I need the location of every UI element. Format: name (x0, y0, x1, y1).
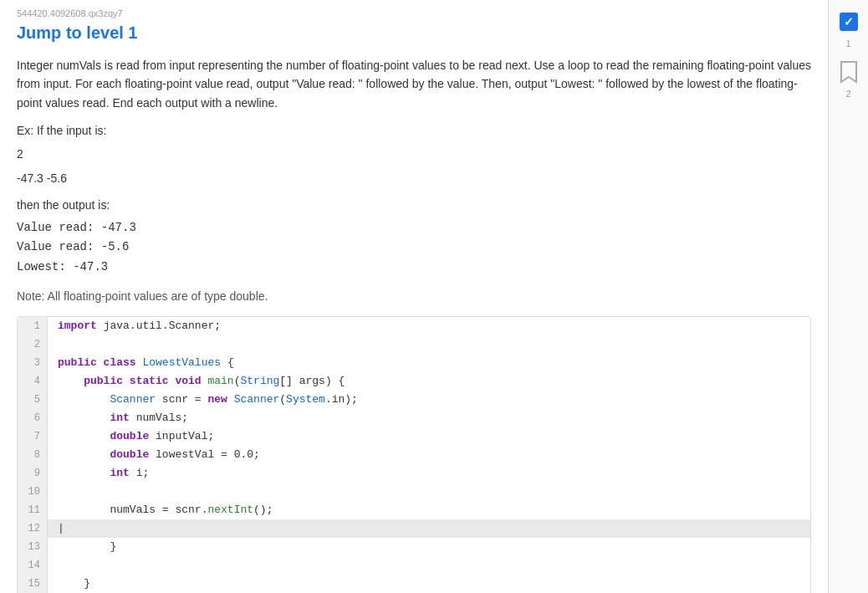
bookmark-icon[interactable] (835, 59, 862, 85)
code-editor[interactable]: 1 import java.util.Scanner; 2 3 public c… (17, 316, 811, 593)
code-line-7: 7 double inputVal; (18, 427, 810, 446)
line-content-7: double inputVal; (48, 427, 214, 446)
line-num-7: 7 (18, 427, 48, 446)
line-num-12: 12 (18, 519, 48, 538)
output-line1: Value read: -47.3 (17, 218, 811, 238)
line-content-11: numVals = scnr.nextInt(); (48, 501, 273, 519)
line-num-4: 4 (18, 372, 48, 391)
sidebar-badge-1: 1 (845, 38, 850, 49)
code-line-10: 10 (18, 483, 810, 501)
line-num-14: 14 (18, 556, 48, 575)
code-line-2: 2 (18, 335, 810, 354)
code-line-14: 14 (18, 556, 810, 575)
code-line-1: 1 import java.util.Scanner; (18, 317, 810, 335)
line-num-10: 10 (18, 483, 48, 501)
line-content-15: } (48, 575, 90, 593)
code-line-11: 11 numVals = scnr.nextInt(); (18, 501, 810, 519)
checked-checkbox (840, 13, 858, 31)
line-num-5: 5 (18, 391, 48, 409)
sidebar-badge-2: 2 (845, 89, 850, 99)
code-line-6: 6 int numVals; (18, 409, 810, 427)
line-content-4: public static void main(String[] args) { (48, 372, 345, 391)
line-num-3: 3 (18, 354, 48, 372)
description-text: Integer numVals is read from input repre… (17, 56, 811, 112)
line-content-13: } (48, 538, 116, 556)
line-num-2: 2 (18, 335, 48, 354)
code-line-3: 3 public class LowestValues { (18, 354, 810, 372)
code-line-4: 4 public static void main(String[] args)… (18, 372, 810, 391)
page-title: Jump to level 1 (17, 23, 811, 43)
line-num-15: 15 (18, 575, 48, 593)
line-content-8: double lowestVal = 0.0; (48, 446, 260, 464)
code-line-5: 5 Scanner scnr = new Scanner(System.in); (18, 391, 810, 409)
line-content-14 (48, 556, 58, 575)
meta-id: 544420.4092608.qx3zqy7 (17, 8, 811, 18)
example-input-line2: -47.3 -5.6 (17, 168, 811, 189)
output-line3: Lowest: -47.3 (17, 258, 811, 278)
line-num-8: 8 (18, 446, 48, 464)
output-line2: Value read: -5.6 (17, 238, 811, 258)
code-line-9: 9 int i; (18, 464, 810, 483)
line-content-12 (48, 519, 64, 538)
line-content-10 (48, 483, 58, 501)
sidebar: 1 2 (828, 0, 868, 593)
line-content-1: import java.util.Scanner; (48, 317, 221, 335)
code-line-13: 13 } (18, 538, 810, 556)
line-num-6: 6 (18, 409, 48, 427)
line-num-11: 11 (18, 501, 48, 519)
line-content-2 (48, 335, 58, 354)
line-num-1: 1 (18, 317, 48, 335)
bookmark-svg (840, 60, 858, 84)
code-line-12: 12 (18, 519, 810, 538)
line-content-5: Scanner scnr = new Scanner(System.in); (48, 391, 358, 409)
example-output: Value read: -47.3 Value read: -5.6 Lowes… (17, 218, 811, 278)
line-num-13: 13 (18, 538, 48, 556)
line-content-3: public class LowestValues { (48, 354, 234, 372)
line-content-6: int numVals; (48, 409, 188, 427)
example-if-label: Ex: If the input is: (17, 124, 811, 137)
checkbox-icon[interactable] (835, 8, 862, 35)
code-line-15: 15 } (18, 575, 810, 593)
note-text: Note: All floating-point values are of t… (17, 289, 811, 303)
line-num-9: 9 (18, 464, 48, 483)
line-content-9: int i; (48, 464, 149, 483)
example-input-line1: 2 (17, 144, 811, 165)
code-line-8: 8 double lowestVal = 0.0; (18, 446, 810, 464)
example-then-label: then the output is: (17, 198, 811, 212)
